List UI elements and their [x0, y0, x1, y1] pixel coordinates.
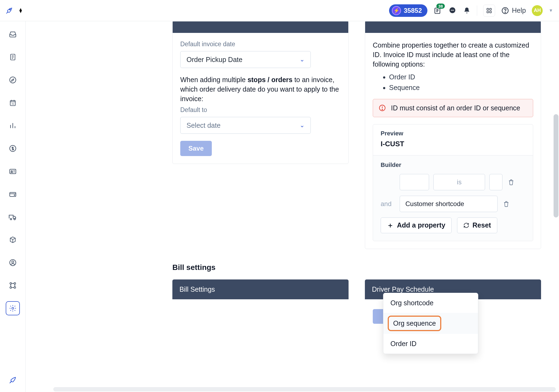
list-item: Order ID	[389, 72, 533, 82]
news-icon[interactable]: 38	[433, 6, 442, 15]
error-banner: ID must consist of an order ID or sequen…	[373, 99, 533, 117]
rail-user[interactable]	[6, 256, 20, 270]
builder-label: Builder	[381, 161, 525, 169]
svg-text:31: 31	[11, 102, 14, 105]
plus-icon: ＋	[387, 221, 394, 230]
rail-rocket-bottom[interactable]	[6, 373, 20, 387]
bell-icon[interactable]	[463, 7, 471, 15]
invoice-id-card: Combine properties together to create a …	[365, 21, 541, 249]
preview-box: Preview I-CUST Builder is	[373, 124, 533, 241]
list-item: Sequence	[389, 82, 533, 93]
svg-point-21	[10, 218, 11, 220]
svg-point-26	[14, 282, 15, 284]
side-rail: 31	[0, 21, 26, 392]
date-settings-card: Default invoice date Order Pickup Date ⌄…	[172, 21, 349, 164]
rail-package[interactable]	[6, 233, 20, 247]
svg-point-13	[10, 77, 16, 83]
multi-orders-text: When adding multiple stops / orders to a…	[180, 75, 341, 104]
divider	[477, 5, 477, 16]
avatar[interactable]: AH	[532, 5, 543, 16]
chevron-down-icon[interactable]: ▼	[549, 8, 553, 13]
select-default-invoice-date[interactable]: Order Pickup Date ⌄	[180, 51, 311, 68]
refresh-icon	[463, 222, 469, 228]
alert-icon	[378, 104, 386, 112]
svg-point-4	[452, 10, 453, 11]
apps-button[interactable]	[483, 5, 495, 17]
rail-settings[interactable]	[6, 301, 20, 315]
vertical-scrollbar-track[interactable]	[554, 22, 558, 391]
svg-rect-17	[10, 169, 16, 174]
news-badge-count: 38	[436, 4, 445, 9]
rail-compass[interactable]	[6, 73, 20, 87]
rail-inbox[interactable]	[6, 27, 20, 41]
dropdown-option-org-sequence[interactable]: Org sequence	[388, 316, 441, 331]
svg-rect-9	[490, 11, 491, 13]
trash-icon[interactable]	[508, 179, 514, 185]
svg-point-29	[12, 307, 14, 309]
vertical-scrollbar-thumb[interactable]	[554, 114, 558, 217]
horizontal-scrollbar[interactable]	[53, 387, 556, 391]
builder-row-1: is	[381, 174, 525, 190]
main-content: Default invoice date Order Pickup Date ⌄…	[26, 21, 559, 392]
points-badge[interactable]: ⚡ 35852	[389, 4, 427, 17]
dropdown-option-org-shortcode[interactable]: Org shortcode	[383, 293, 478, 313]
help-label: Help	[512, 7, 526, 14]
svg-rect-8	[487, 11, 488, 13]
svg-point-27	[10, 287, 11, 288]
trash-icon[interactable]	[503, 201, 510, 207]
svg-point-20	[14, 195, 15, 196]
svg-rect-7	[490, 8, 491, 10]
svg-point-5	[453, 10, 454, 11]
rail-document[interactable]	[6, 50, 20, 64]
help-button[interactable]: Help	[501, 7, 526, 15]
bolt-icon: ⚡	[392, 6, 401, 15]
svg-point-22	[14, 218, 15, 220]
label-default-to: Default to	[180, 106, 341, 114]
chevron-down-icon: ⌄	[300, 122, 305, 129]
points-value: 35852	[404, 7, 422, 14]
rail-wallet[interactable]	[6, 187, 20, 201]
rail-idcard[interactable]	[6, 164, 20, 178]
rocket-logo-icon[interactable]	[5, 6, 14, 15]
rail-analytics[interactable]	[6, 119, 20, 133]
error-text: ID must consist of an order ID or sequen…	[391, 104, 520, 112]
label-default-invoice-date: Default invoice date	[180, 41, 341, 48]
and-label: and	[381, 200, 395, 208]
svg-point-18	[11, 171, 12, 172]
svg-point-28	[14, 287, 15, 288]
card-header: Bill Settings	[172, 279, 349, 299]
svg-point-31	[382, 109, 383, 110]
reset-button[interactable]: Reset	[457, 217, 497, 233]
property-dropdown: Org shortcode Org sequence Order ID	[383, 293, 478, 354]
save-button[interactable]: Save	[180, 141, 212, 156]
builder-input-1c[interactable]	[489, 174, 502, 190]
dropdown-option-order-id[interactable]: Order ID	[383, 334, 478, 354]
invoice-id-desc: Combine properties together to create a …	[373, 41, 533, 69]
chat-icon[interactable]	[448, 6, 457, 15]
avatar-initials: AH	[534, 8, 541, 13]
svg-point-11	[505, 12, 505, 13]
builder-input-customer-shortcode[interactable]: Customer shortcode	[400, 196, 498, 212]
svg-point-0	[10, 9, 11, 10]
rail-calendar[interactable]: 31	[6, 96, 20, 110]
svg-point-24	[12, 261, 14, 263]
svg-rect-19	[10, 192, 16, 197]
rail-dollar[interactable]	[6, 141, 20, 155]
context-switcher-icon[interactable]: ▲▼	[18, 8, 23, 13]
select-value: Order Pickup Date	[187, 56, 243, 64]
select-placeholder: Select date	[187, 122, 221, 129]
bill-settings-card: Bill Settings	[172, 279, 349, 299]
add-property-button[interactable]: ＋ Add a property	[381, 217, 452, 233]
svg-point-3	[451, 10, 452, 11]
builder-input-1a[interactable]	[400, 174, 429, 190]
select-default-to[interactable]: Select date ⌄	[180, 117, 311, 134]
builder-input-1b[interactable]: is	[433, 174, 485, 190]
rail-truck[interactable]	[6, 210, 20, 224]
rail-sitemap[interactable]	[6, 278, 20, 293]
preview-label: Preview	[381, 130, 525, 137]
chevron-down-icon: ⌄	[300, 56, 305, 63]
card-header-cut	[173, 21, 348, 33]
card-header-cut	[365, 21, 541, 33]
top-bar: ▲▼ ⚡ 35852 38	[0, 0, 559, 21]
builder-row-2: and Customer shortcode	[381, 196, 525, 212]
